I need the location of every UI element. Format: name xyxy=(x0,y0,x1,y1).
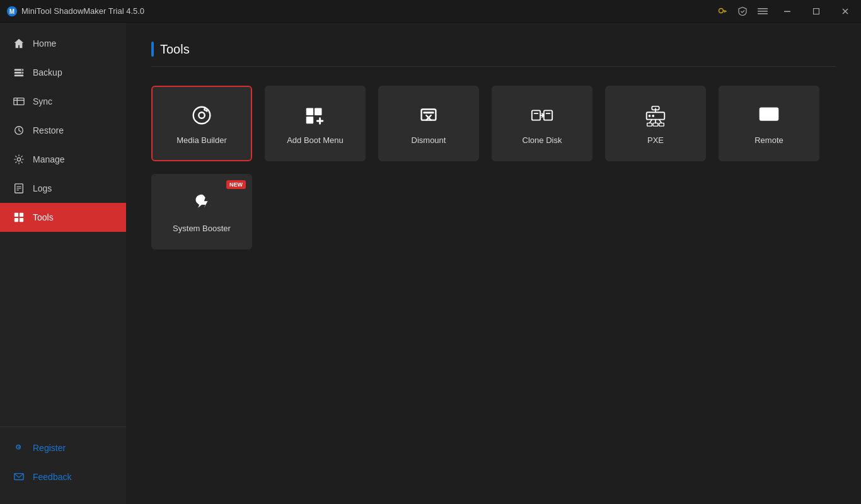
svg-rect-55 xyxy=(647,123,652,126)
tool-card-media-builder[interactable]: Media Builder xyxy=(151,86,252,161)
svg-rect-29 xyxy=(14,218,18,222)
tool-label-add-boot-menu: Add Boot Menu xyxy=(287,135,344,145)
svg-rect-37 xyxy=(306,116,313,123)
logs-icon xyxy=(13,182,25,195)
svg-rect-56 xyxy=(653,123,658,126)
svg-text:M: M xyxy=(9,8,14,15)
sidebar-bottom: Register Feedback xyxy=(0,427,126,504)
tool-card-system-booster[interactable]: NEW System Booster xyxy=(151,174,252,249)
maximize-button[interactable] xyxy=(807,2,826,21)
sidebar-item-tools[interactable]: Tools xyxy=(0,203,126,232)
tool-label-dismount: Dismount xyxy=(412,135,446,145)
svg-rect-15 xyxy=(14,75,23,77)
tools-grid: Media Builder Add Boot Menu xyxy=(151,86,836,249)
sidebar-label-manage: Manage xyxy=(33,154,65,164)
svg-rect-9 xyxy=(784,11,790,12)
svg-rect-6 xyxy=(758,8,768,9)
tool-card-dismount[interactable]: Dismount xyxy=(378,86,479,161)
sidebar-item-feedback[interactable]: Feedback xyxy=(0,462,126,491)
sidebar-nav: Home Backup Sync Restor xyxy=(0,23,126,427)
svg-point-33 xyxy=(194,106,211,123)
titlebar-actions xyxy=(717,2,855,21)
sidebar-label-feedback: Feedback xyxy=(33,472,71,482)
svg-rect-18 xyxy=(14,98,24,105)
backup-icon xyxy=(13,66,25,79)
key-icon[interactable] xyxy=(717,6,727,16)
svg-point-16 xyxy=(21,69,23,71)
svg-rect-8 xyxy=(758,13,768,14)
sidebar-item-logs[interactable]: Logs xyxy=(0,174,126,203)
sidebar-label-register: Register xyxy=(33,443,66,453)
tool-label-system-booster: System Booster xyxy=(173,224,231,233)
titlebar: M MiniTool ShadowMaker Trial 4.5.0 xyxy=(0,0,861,23)
system-booster-icon xyxy=(189,191,214,216)
sidebar-label-tools: Tools xyxy=(33,212,54,222)
tool-card-pxe[interactable]: PXE xyxy=(605,86,706,161)
close-button[interactable] xyxy=(836,2,855,21)
home-icon xyxy=(13,37,25,50)
clone-disk-icon xyxy=(529,103,555,128)
shield-icon[interactable] xyxy=(737,6,748,16)
svg-rect-46 xyxy=(534,113,539,114)
svg-point-22 xyxy=(17,158,20,161)
sidebar-item-backup[interactable]: Backup xyxy=(0,58,126,87)
svg-rect-47 xyxy=(546,113,551,114)
title-accent xyxy=(151,42,154,57)
manage-icon xyxy=(13,153,25,166)
app-icon: M xyxy=(6,6,18,17)
sidebar-item-home[interactable]: Home xyxy=(0,29,126,58)
sidebar-item-restore[interactable]: Restore xyxy=(0,116,126,145)
tool-card-remote[interactable]: Remote xyxy=(719,86,819,161)
new-badge: NEW xyxy=(226,180,246,189)
sidebar-label-home: Home xyxy=(33,38,56,49)
register-icon xyxy=(13,442,25,454)
sidebar-item-register[interactable]: Register xyxy=(0,433,126,462)
svg-rect-28 xyxy=(20,213,23,217)
svg-rect-30 xyxy=(20,218,23,222)
sidebar: Home Backup Sync Restor xyxy=(0,23,126,504)
svg-rect-7 xyxy=(758,11,768,12)
feedback-icon xyxy=(13,471,25,483)
svg-rect-4 xyxy=(724,11,725,13)
app-title: MiniTool ShadowMaker Trial 4.5.0 xyxy=(21,6,144,16)
tool-card-add-boot-menu[interactable]: Add Boot Menu xyxy=(265,86,366,161)
sidebar-label-sync: Sync xyxy=(33,96,52,106)
sidebar-label-restore: Restore xyxy=(33,125,64,135)
svg-point-17 xyxy=(21,72,23,74)
tool-card-clone-disk[interactable]: Clone Disk xyxy=(492,86,592,161)
svg-rect-35 xyxy=(306,108,313,115)
tools-icon xyxy=(13,211,25,224)
sidebar-item-manage[interactable]: Manage xyxy=(0,145,126,174)
svg-point-51 xyxy=(652,115,654,117)
svg-point-34 xyxy=(199,112,205,118)
svg-rect-36 xyxy=(315,108,321,115)
svg-rect-27 xyxy=(14,213,18,217)
svg-point-63 xyxy=(768,110,770,112)
dismount-icon xyxy=(416,103,441,128)
svg-rect-44 xyxy=(532,110,540,120)
pxe-icon xyxy=(643,103,668,128)
tool-label-remote: Remote xyxy=(754,135,783,145)
svg-rect-45 xyxy=(544,110,552,120)
sidebar-label-backup: Backup xyxy=(33,67,62,77)
menu-icon[interactable] xyxy=(758,6,768,16)
sidebar-item-sync[interactable]: Sync xyxy=(0,87,126,116)
svg-rect-57 xyxy=(659,123,664,126)
main-content: Tools Media Builder xyxy=(126,23,861,504)
svg-point-61 xyxy=(762,110,764,112)
sync-icon xyxy=(13,95,25,108)
page-title-wrap: Tools xyxy=(151,42,836,67)
tool-label-pxe: PXE xyxy=(647,135,664,145)
tool-label-clone-disk: Clone Disk xyxy=(523,135,562,145)
page-title: Tools xyxy=(160,42,190,57)
svg-rect-39 xyxy=(319,117,321,124)
svg-rect-41 xyxy=(423,112,434,113)
svg-point-50 xyxy=(649,115,651,117)
media-builder-icon xyxy=(189,103,214,128)
svg-rect-3 xyxy=(723,10,726,11)
add-boot-menu-icon xyxy=(303,103,328,128)
app-body: Home Backup Sync Restor xyxy=(0,23,861,504)
minimize-button[interactable] xyxy=(778,2,797,21)
svg-rect-10 xyxy=(814,8,819,14)
app-logo: M MiniTool ShadowMaker Trial 4.5.0 xyxy=(6,6,144,17)
